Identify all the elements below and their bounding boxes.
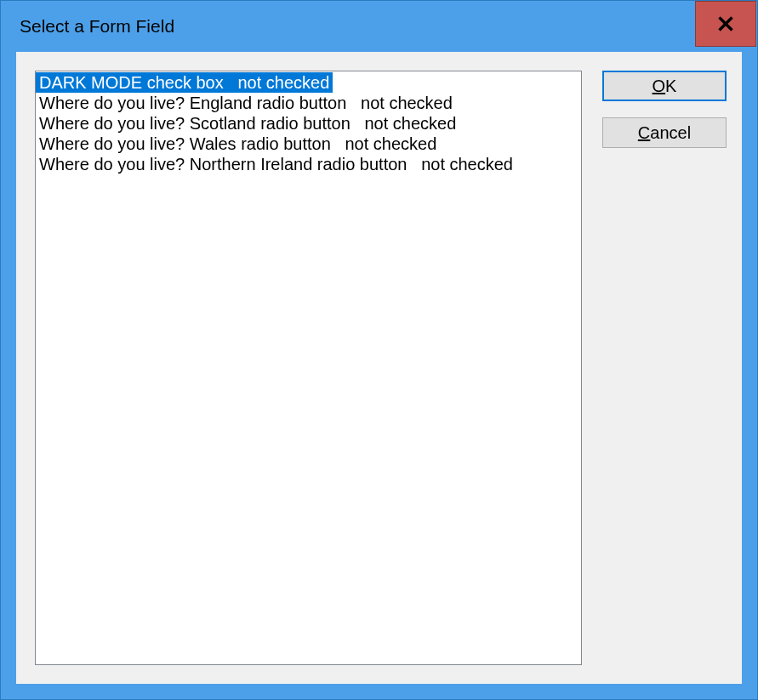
close-icon — [718, 16, 733, 31]
cancel-button[interactable]: Cancel — [602, 117, 727, 148]
button-panel: OK Cancel — [602, 71, 727, 665]
list-item[interactable]: Where do you live? Northern Ireland radi… — [36, 154, 581, 174]
list-item[interactable]: Where do you live? Scotland radio button… — [36, 113, 581, 134]
list-item[interactable]: Where do you live? England radio button … — [36, 93, 581, 113]
close-button[interactable] — [695, 1, 756, 47]
dialog-title: Select a Form Field — [20, 16, 174, 37]
list-item[interactable]: DARK MODE check box not checked — [36, 72, 333, 93]
client-area: DARK MODE check box not checkedWhere do … — [16, 52, 742, 684]
titlebar: Select a Form Field — [1, 1, 757, 52]
ok-button[interactable]: OK — [602, 71, 727, 101]
list-item[interactable]: Where do you live? Wales radio button no… — [36, 134, 581, 154]
form-field-listbox[interactable]: DARK MODE check box not checkedWhere do … — [35, 71, 582, 665]
dialog-window: Select a Form Field DARK MODE check box … — [0, 0, 758, 700]
